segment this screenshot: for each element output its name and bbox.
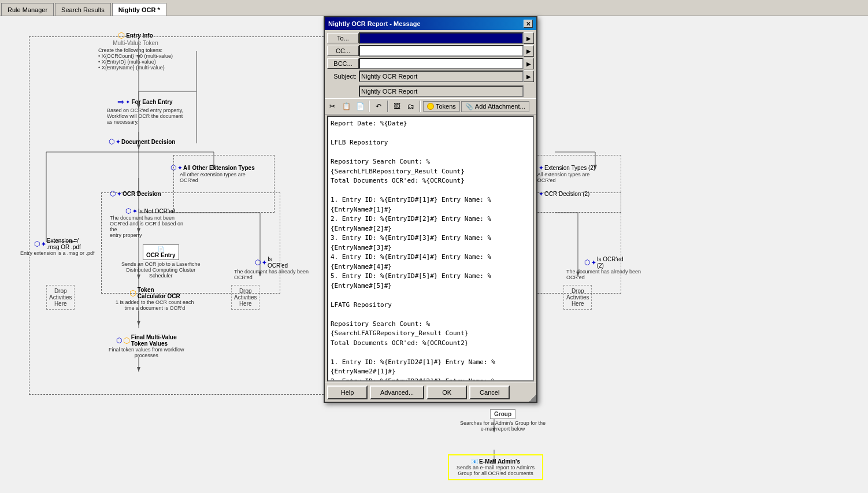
toolbar-copy-button[interactable]: 📋 [340,100,353,113]
bcc-button[interactable]: BCC... [327,58,359,69]
message-dialog: Nightly OCR Report - Message ✕ To... ▶ C… [324,16,537,403]
cc-arrow-button[interactable]: ▶ [524,45,534,57]
to-input[interactable] [359,32,524,44]
bcc-input[interactable] [359,58,524,69]
to-button[interactable]: To... [327,33,359,43]
add-attachment-button[interactable]: 📎 Add Attachment... [461,101,529,112]
dialog-footer: Help Advanced... OK Cancel [325,383,536,402]
cc-input[interactable] [359,45,524,57]
subject-arrow-button[interactable]: ▶ [524,71,534,82]
subject-row: Subject: ▶ [327,71,534,82]
toolbar-separator-2 [387,101,388,112]
tokens-icon [427,103,434,110]
toolbar-separator-1 [369,101,370,112]
subject-label: Subject: [327,73,359,80]
tokens-button[interactable]: Tokens [423,101,460,112]
toolbar-cut-button[interactable]: ✂ [326,100,339,113]
resize-grip[interactable] [529,395,536,402]
subject-value-display: Nightly OCR Report [359,86,524,97]
dialog-title: Nightly OCR Report - Message [328,20,421,27]
dialog-toolbar: ✂ 📋 📄 ↶ 🖼 🗂 Tokens 📎 Add Attachment... [325,98,536,114]
help-button[interactable]: Help [327,385,368,399]
advanced-button[interactable]: Advanced... [370,385,424,399]
toolbar-paste-button[interactable]: 📄 [354,100,366,113]
bcc-arrow-button[interactable]: ▶ [524,58,534,69]
message-body[interactable]: Report Date: %{Date}LFLB RepositoryRepos… [327,116,534,381]
toolbar-undo-button[interactable]: ↶ [372,100,385,113]
subject-display-row: Nightly OCR Report [325,86,536,98]
to-field-row: To... ▶ [327,32,534,44]
dialog-close-button[interactable]: ✕ [524,20,533,28]
message-body-container: Report Date: %{Date}LFLB RepositoryRepos… [326,116,535,381]
subject-input[interactable] [359,71,524,82]
bcc-field-row: BCC... ▶ [327,58,534,69]
toolbar-img2-button[interactable]: 🗂 [405,100,417,113]
dialog-body: To... ▶ CC... ▶ BCC... ▶ Subject: ▶ [325,30,536,86]
to-arrow-button[interactable]: ▶ [524,32,534,44]
modal-overlay: Nightly OCR Report - Message ✕ To... ▶ C… [0,0,868,493]
ok-button[interactable]: OK [426,385,467,399]
cancel-button[interactable]: Cancel [469,385,510,399]
dialog-titlebar: Nightly OCR Report - Message ✕ [325,17,536,30]
cc-button[interactable]: CC... [327,46,359,56]
toolbar-img-button[interactable]: 🖼 [391,100,403,113]
toolbar-separator-3 [420,101,421,112]
cc-field-row: CC... ▶ [327,45,534,57]
